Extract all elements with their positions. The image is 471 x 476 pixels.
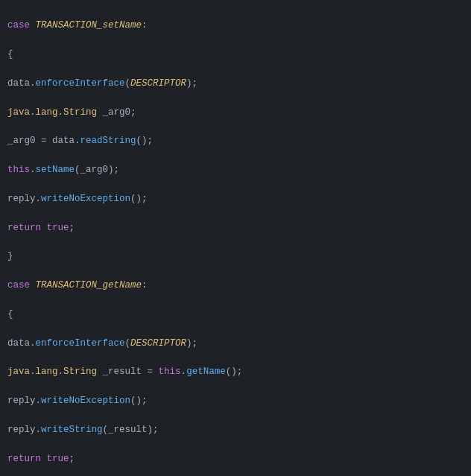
code-line: reply.writeNoException(); [7,394,464,408]
code-line: reply.writeNoException(); [7,192,464,206]
code-line: { [7,308,464,322]
code-line: data.enforceInterface(DESCRIPTOR); [7,337,464,351]
code-editor: case TRANSACTION_setName: { data.enforce… [0,0,471,476]
code-line: reply.writeString(_result); [7,423,464,437]
code-line: java.lang.String _result = this.getName(… [7,365,464,379]
code-line: this.setName(_arg0); [7,163,464,177]
code-line: java.lang.String _arg0; [7,106,464,120]
code-line: { [7,48,464,62]
code-line: case TRANSACTION_setName: [7,19,464,33]
code-line: _arg0 = data.readString(); [7,134,464,148]
code-line: return true; [7,452,464,466]
code-line: return true; [7,221,464,235]
code-line: } [7,250,464,264]
code-line: data.enforceInterface(DESCRIPTOR); [7,77,464,91]
code-line: case TRANSACTION_getName: [7,279,464,293]
